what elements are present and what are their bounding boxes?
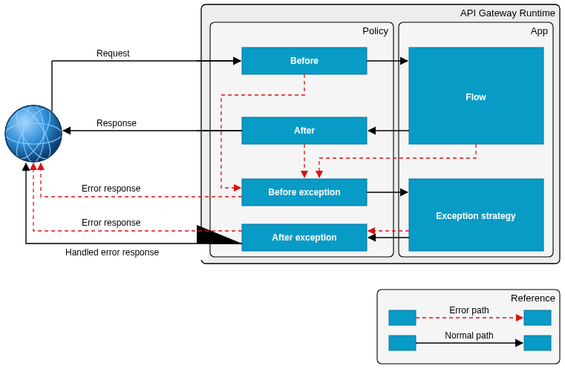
after-exception-label: After exception — [272, 232, 336, 243]
legend-normal-label: Normal path — [445, 330, 493, 341]
exception-strategy-label: Exception strategy — [436, 211, 516, 221]
flow-box: Flow — [409, 48, 543, 144]
edge-response-label2: Response — [97, 118, 137, 128]
edge-handled-label: Handled error response — [65, 247, 159, 258]
reference-title: Reference — [511, 293, 555, 304]
edge-error1-label: Error response — [82, 183, 141, 194]
legend-error-dst — [524, 310, 551, 325]
before-exception-box: Before exception — [242, 179, 367, 206]
exception-strategy-box: Exception strategy — [409, 179, 543, 251]
legend-error-src — [389, 310, 416, 325]
edge-error2-label: Error response — [82, 218, 141, 228]
after-exception-box: After exception — [242, 224, 367, 251]
before-box: Before — [242, 48, 367, 74]
legend-error-label: Error path — [449, 305, 489, 316]
legend-normal-src — [389, 336, 416, 350]
flow-label: Flow — [466, 92, 486, 102]
before-exception-label: Before exception — [268, 187, 340, 197]
legend-normal-dst — [524, 336, 551, 350]
runtime-title: API Gateway Runtime — [460, 7, 555, 19]
app-title: App — [531, 25, 548, 36]
globe-icon-2 — [5, 104, 62, 163]
after-label: After — [294, 125, 315, 136]
policy-title: Policy — [362, 25, 388, 36]
before-label: Before — [290, 56, 319, 66]
reference-box: Reference Error path Normal path — [377, 290, 560, 364]
edge-request-label2: Request — [97, 48, 130, 59]
after-box: After — [242, 117, 367, 144]
